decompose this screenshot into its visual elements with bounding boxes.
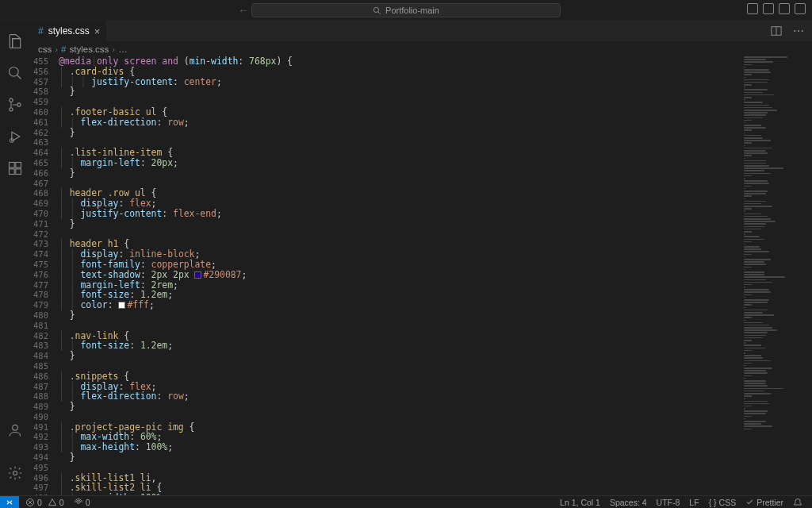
line-number: 467 bbox=[30, 179, 59, 189]
code-line[interactable]: 479│ │ color: #fff; bbox=[30, 300, 737, 310]
code-line[interactable]: 483│ │ font-size: 1.2em; bbox=[30, 341, 737, 351]
line-number: 455 bbox=[30, 56, 59, 67]
editor-area[interactable]: 455@media│only screen and (min-width: 76… bbox=[30, 56, 737, 495]
line-number: 460 bbox=[30, 107, 59, 117]
line-number: 481 bbox=[30, 321, 59, 331]
activity-bar bbox=[0, 21, 30, 495]
line-number: 469 bbox=[30, 198, 59, 209]
line-number: 496 bbox=[30, 473, 59, 483]
code-line[interactable]: 480 } bbox=[30, 310, 737, 321]
minimap[interactable] bbox=[742, 56, 806, 495]
line-number: 464 bbox=[30, 148, 59, 158]
encoding-status[interactable]: UTF-8 bbox=[657, 498, 680, 507]
line-number: 477 bbox=[30, 280, 59, 291]
line-number: 484 bbox=[30, 351, 59, 361]
svg-line-4 bbox=[17, 75, 21, 79]
line-number: 490 bbox=[30, 412, 59, 422]
code-line[interactable]: 461│ │ flex-direction: row; bbox=[30, 117, 737, 128]
line-number: 470 bbox=[30, 209, 59, 219]
notifications-icon[interactable] bbox=[793, 498, 802, 507]
tab-close-button[interactable]: × bbox=[94, 25, 101, 37]
status-bar: 0 0 0 Ln 1, Col 1 Spaces: 4 UTF-8 LF { }… bbox=[0, 495, 812, 508]
line-number: 487 bbox=[30, 382, 59, 392]
remote-button[interactable] bbox=[0, 496, 19, 508]
css-file-icon: # bbox=[61, 44, 66, 54]
breadcrumb-seg[interactable]: css bbox=[38, 44, 52, 54]
line-number: 497 bbox=[30, 483, 59, 493]
line-number: 488 bbox=[30, 391, 59, 402]
tab-styles-css[interactable]: # styles.css × bbox=[30, 21, 107, 41]
line-number: 472 bbox=[30, 229, 59, 240]
code-line[interactable]: 485 bbox=[30, 361, 737, 371]
run-debug-icon[interactable] bbox=[6, 128, 24, 145]
breadcrumb-seg[interactable]: styles.css bbox=[70, 44, 109, 54]
code-line[interactable]: 471 } bbox=[30, 219, 737, 229]
extensions-icon[interactable] bbox=[6, 160, 24, 177]
svg-rect-10 bbox=[10, 169, 15, 175]
eol-status[interactable]: LF bbox=[689, 498, 699, 507]
code-line[interactable]: 470│ │ justify-content: flex-end; bbox=[30, 209, 737, 219]
line-number: 466 bbox=[30, 168, 59, 179]
line-number: 471 bbox=[30, 219, 59, 229]
nav-back[interactable]: ← bbox=[238, 4, 249, 17]
line-number: 482 bbox=[30, 331, 59, 341]
command-center[interactable]: Portfolio-main bbox=[251, 3, 561, 17]
breadcrumb[interactable]: css › # styles.css › … bbox=[30, 41, 812, 56]
svg-point-7 bbox=[17, 103, 21, 106]
titlebar: ← → Portfolio-main bbox=[0, 0, 812, 21]
line-number: 462 bbox=[30, 128, 59, 138]
explorer-icon[interactable] bbox=[6, 33, 24, 50]
toggle-panel-icon[interactable] bbox=[763, 3, 774, 14]
svg-point-14 bbox=[13, 471, 17, 475]
css-file-icon: # bbox=[38, 25, 44, 37]
source-control-icon[interactable] bbox=[6, 96, 24, 114]
line-number: 492 bbox=[30, 432, 59, 442]
svg-point-6 bbox=[10, 108, 13, 111]
svg-rect-12 bbox=[16, 163, 21, 168]
svg-line-1 bbox=[378, 11, 381, 13]
line-number: 493 bbox=[30, 442, 59, 452]
accounts-icon[interactable] bbox=[6, 421, 24, 439]
warning-icon bbox=[48, 498, 57, 507]
problems-status[interactable]: 0 0 bbox=[25, 498, 64, 507]
line-number: 461 bbox=[30, 117, 59, 128]
settings-gear-icon[interactable] bbox=[6, 464, 24, 482]
code-line[interactable]: 494 } bbox=[30, 452, 737, 463]
svg-point-3 bbox=[10, 67, 19, 77]
code-line[interactable]: 457│ │ │ justify-content: center; bbox=[30, 77, 737, 87]
code-line[interactable]: 489 } bbox=[30, 402, 737, 412]
svg-rect-2 bbox=[13, 39, 21, 48]
color-swatch bbox=[194, 271, 201, 279]
line-number: 456 bbox=[30, 67, 59, 77]
code-line[interactable]: 465│ │ margin-left: 20px; bbox=[30, 158, 737, 168]
code-line[interactable]: 466 } bbox=[30, 168, 737, 179]
layout-controls bbox=[747, 3, 806, 14]
toggle-secondary-sidebar-icon[interactable] bbox=[779, 3, 790, 14]
code-line[interactable]: 455@media│only screen and (min-width: 76… bbox=[30, 56, 737, 67]
code-line[interactable]: 472 bbox=[30, 229, 737, 240]
code-line[interactable]: 462 } bbox=[30, 128, 737, 138]
more-actions-icon[interactable]: ⋯ bbox=[793, 25, 804, 37]
split-editor-icon[interactable] bbox=[771, 25, 782, 37]
customize-layout-icon[interactable] bbox=[795, 3, 806, 14]
search-icon bbox=[373, 6, 381, 15]
code-line[interactable]: 493│ │ max-height: 100%; bbox=[30, 442, 737, 452]
prettier-status[interactable]: Prettier bbox=[745, 498, 783, 507]
toggle-primary-sidebar-icon[interactable] bbox=[747, 3, 758, 14]
ports-icon bbox=[74, 498, 83, 507]
code-line[interactable]: 488│ │ flex-direction: row; bbox=[30, 391, 737, 402]
line-number: 476 bbox=[30, 270, 59, 280]
svg-rect-11 bbox=[16, 169, 21, 175]
search-icon[interactable] bbox=[6, 64, 24, 82]
ports-status[interactable]: 0 bbox=[74, 498, 90, 507]
language-mode[interactable]: { } CSS bbox=[709, 498, 737, 507]
breadcrumb-seg[interactable]: … bbox=[118, 44, 128, 54]
svg-point-20 bbox=[77, 501, 79, 503]
cursor-position[interactable]: Ln 1, Col 1 bbox=[560, 498, 600, 507]
indentation-status[interactable]: Spaces: 4 bbox=[610, 498, 647, 507]
code-line[interactable]: 481 bbox=[30, 321, 737, 331]
line-number: 458 bbox=[30, 87, 59, 97]
line-number: 475 bbox=[30, 260, 59, 270]
code-line[interactable]: 484 } bbox=[30, 351, 737, 361]
code-line[interactable]: 458 } bbox=[30, 87, 737, 97]
